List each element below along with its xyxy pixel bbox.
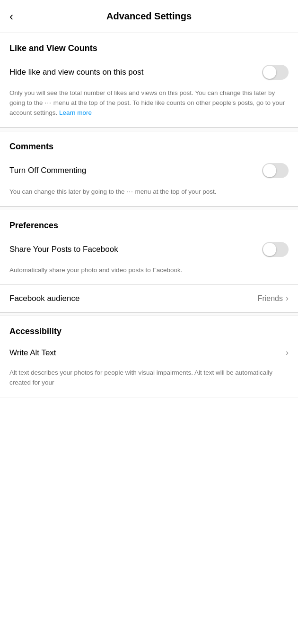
comments-desc-before: You can change this later by going to th…	[9, 188, 126, 195]
write-alt-text-chevron-icon: ›	[286, 348, 289, 358]
alt-text-description: Alt text describes your photos for peopl…	[0, 366, 298, 397]
comments-description: You can change this later by going to th…	[0, 185, 298, 206]
preferences-section: Preferences Share Your Posts to Facebook…	[0, 210, 298, 312]
share-desc-text: Automatically share your photo and video…	[9, 266, 182, 274]
facebook-audience-label: Facebook audience	[9, 294, 79, 303]
accessibility-section: Accessibility Write Alt Text › Alt text …	[0, 316, 298, 397]
facebook-audience-value-group: Friends ›	[258, 293, 289, 303]
back-button[interactable]: ‹	[9, 10, 13, 23]
share-to-facebook-label: Share Your Posts to Facebook	[9, 245, 262, 254]
share-to-facebook-toggle[interactable]	[262, 242, 289, 257]
hide-like-counts-description: Only you will see the total number of li…	[0, 86, 298, 127]
turn-off-commenting-label: Turn Off Commenting	[9, 166, 262, 175]
share-to-facebook-row: Share Your Posts to Facebook	[0, 235, 298, 264]
divider-2	[0, 206, 298, 210]
comments-desc-after: menu at the top of your post.	[133, 188, 217, 195]
write-alt-text-row[interactable]: Write Alt Text ›	[0, 341, 298, 366]
facebook-audience-row[interactable]: Facebook audience Friends ›	[0, 284, 298, 312]
dots-icon: ···	[44, 99, 52, 106]
section-title-likes: Like and View Counts	[9, 43, 97, 53]
section-header-likes: Like and View Counts	[0, 33, 298, 58]
divider-1	[0, 128, 298, 131]
section-title-preferences: Preferences	[9, 221, 58, 230]
turn-off-commenting-toggle[interactable]	[262, 163, 289, 178]
section-header-accessibility: Accessibility	[0, 316, 298, 341]
learn-more-link[interactable]: Learn more	[59, 109, 92, 116]
page-title: Advanced Settings	[106, 11, 192, 22]
comments-dots-icon: ···	[126, 188, 133, 195]
comments-section: Comments Turn Off Commenting You can cha…	[0, 131, 298, 206]
turn-off-commenting-row: Turn Off Commenting	[0, 156, 298, 185]
hide-like-counts-row: Hide like and view counts on this post	[0, 58, 298, 86]
like-and-view-counts-section: Like and View Counts Hide like and view …	[0, 33, 298, 128]
section-header-comments: Comments	[0, 131, 298, 156]
divider-3	[0, 312, 298, 316]
share-to-facebook-description: Automatically share your photo and video…	[0, 264, 298, 284]
facebook-audience-value: Friends	[258, 294, 283, 303]
section-title-accessibility: Accessibility	[9, 326, 61, 336]
section-header-preferences: Preferences	[0, 210, 298, 235]
hide-like-counts-label: Hide like and view counts on this post	[9, 68, 262, 77]
hide-like-counts-toggle[interactable]	[262, 65, 289, 80]
chevron-right-icon: ›	[286, 293, 289, 303]
write-alt-text-label: Write Alt Text	[9, 348, 56, 358]
section-title-comments: Comments	[9, 142, 53, 151]
header: ‹ Advanced Settings	[0, 0, 298, 33]
alt-text-desc-text: Alt text describes your photos for peopl…	[9, 369, 272, 386]
